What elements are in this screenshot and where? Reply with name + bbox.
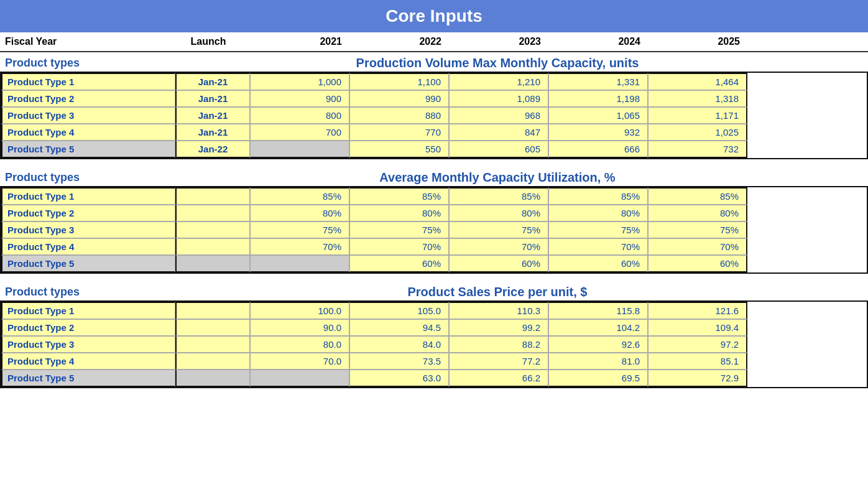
cell-sales_price-1-0: 90.0 bbox=[250, 319, 349, 336]
cell-production_volume-4-2: 605 bbox=[449, 141, 548, 158]
row-name-capacity_utilization-0: Product Type 1 bbox=[1, 187, 175, 205]
section-capacity_utilization: Product typesAverage Monthly Capacity Ut… bbox=[0, 167, 868, 274]
cell-capacity_utilization-4-1: 60% bbox=[349, 255, 449, 272]
cell-capacity_utilization-4-4: 60% bbox=[648, 255, 747, 272]
table-production_volume: Product Type 1Jan-211,0001,1001,2101,331… bbox=[0, 72, 868, 159]
cell-production_volume-3-3: 932 bbox=[548, 124, 648, 141]
cell-sales_price-1-2: 99.2 bbox=[449, 319, 548, 336]
section-title-capacity_utilization: Average Monthly Capacity Utilization, % bbox=[249, 167, 746, 186]
cell-capacity_utilization-3-1: 70% bbox=[349, 238, 449, 255]
row-launch-capacity_utilization-0 bbox=[175, 187, 250, 205]
row-name-capacity_utilization-3: Product Type 4 bbox=[1, 238, 175, 255]
cell-capacity_utilization-3-0: 70% bbox=[250, 238, 349, 255]
row-name-sales_price-2: Product Type 3 bbox=[1, 336, 175, 353]
row-name-sales_price-4: Product Type 5 bbox=[1, 370, 175, 387]
row-launch-sales_price-4 bbox=[175, 370, 250, 387]
cell-capacity_utilization-2-3: 75% bbox=[548, 221, 648, 238]
col-2023: 2023 bbox=[448, 36, 547, 47]
cell-capacity_utilization-0-2: 85% bbox=[449, 187, 548, 205]
row-name-capacity_utilization-4: Product Type 5 bbox=[1, 255, 175, 272]
row-launch-capacity_utilization-1 bbox=[175, 205, 250, 221]
cell-sales_price-2-4: 97.2 bbox=[648, 336, 747, 353]
cell-sales_price-3-4: 85.1 bbox=[648, 353, 747, 370]
row-launch-production_volume-2: Jan-21 bbox=[175, 107, 250, 124]
table-sales_price: Product Type 1100.0105.0110.3115.8121.6P… bbox=[0, 300, 868, 388]
cell-capacity_utilization-2-0: 75% bbox=[250, 221, 349, 238]
cell-sales_price-0-1: 105.0 bbox=[349, 302, 449, 319]
cell-capacity_utilization-2-2: 75% bbox=[449, 221, 548, 238]
row-name-production_volume-1: Product Type 2 bbox=[1, 90, 175, 107]
col-2025: 2025 bbox=[647, 36, 746, 47]
section-production_volume: Product typesProduction Volume Max Month… bbox=[0, 52, 868, 159]
row-name-sales_price-1: Product Type 2 bbox=[1, 319, 175, 336]
cell-capacity_utilization-0-4: 85% bbox=[648, 187, 747, 205]
cell-sales_price-1-3: 104.2 bbox=[548, 319, 648, 336]
cell-sales_price-1-1: 94.5 bbox=[349, 319, 449, 336]
cell-capacity_utilization-4-0 bbox=[250, 255, 349, 272]
row-launch-production_volume-0: Jan-21 bbox=[175, 73, 250, 90]
row-launch-sales_price-2 bbox=[175, 336, 250, 353]
cell-sales_price-0-0: 100.0 bbox=[250, 302, 349, 319]
cell-production_volume-0-0: 1,000 bbox=[250, 73, 349, 90]
cell-production_volume-2-1: 880 bbox=[349, 107, 449, 124]
cell-sales_price-0-4: 121.6 bbox=[648, 302, 747, 319]
row-launch-capacity_utilization-4 bbox=[175, 255, 250, 272]
section-label-production_volume: Product types bbox=[0, 53, 174, 71]
cell-sales_price-2-0: 80.0 bbox=[250, 336, 349, 353]
section-title-sales_price: Product Sales Price per unit, $ bbox=[249, 281, 746, 300]
row-name-production_volume-0: Product Type 1 bbox=[1, 73, 175, 90]
cell-sales_price-3-1: 73.5 bbox=[349, 353, 449, 370]
cell-production_volume-1-0: 900 bbox=[250, 90, 349, 107]
cell-sales_price-1-4: 109.4 bbox=[648, 319, 747, 336]
row-name-production_volume-3: Product Type 4 bbox=[1, 124, 175, 141]
cell-sales_price-4-1: 63.0 bbox=[349, 370, 449, 387]
section-label-capacity_utilization: Product types bbox=[0, 167, 174, 185]
section-header-sales_price: Product typesProduct Sales Price per uni… bbox=[0, 281, 868, 300]
cell-capacity_utilization-0-0: 85% bbox=[250, 187, 349, 205]
row-launch-capacity_utilization-3 bbox=[175, 238, 250, 255]
cell-capacity_utilization-1-0: 80% bbox=[250, 205, 349, 221]
row-launch-sales_price-3 bbox=[175, 353, 250, 370]
cell-capacity_utilization-1-4: 80% bbox=[648, 205, 747, 221]
section-sales_price: Product typesProduct Sales Price per uni… bbox=[0, 281, 868, 388]
cell-production_volume-3-2: 847 bbox=[449, 124, 548, 141]
cell-capacity_utilization-3-4: 70% bbox=[648, 238, 747, 255]
cell-sales_price-0-2: 110.3 bbox=[449, 302, 548, 319]
row-launch-production_volume-3: Jan-21 bbox=[175, 124, 250, 141]
row-name-production_volume-4: Product Type 5 bbox=[1, 141, 175, 158]
cell-production_volume-3-0: 700 bbox=[250, 124, 349, 141]
page-title: Core Inputs bbox=[0, 6, 868, 26]
cell-production_volume-1-1: 990 bbox=[349, 90, 449, 107]
row-launch-sales_price-0 bbox=[175, 302, 250, 319]
cell-production_volume-2-0: 800 bbox=[250, 107, 349, 124]
col-2022: 2022 bbox=[348, 36, 448, 47]
cell-capacity_utilization-1-3: 80% bbox=[548, 205, 648, 221]
col-fiscal-year: Fiscal Year bbox=[0, 36, 174, 47]
cell-production_volume-4-1: 550 bbox=[349, 141, 449, 158]
cell-sales_price-3-2: 77.2 bbox=[449, 353, 548, 370]
cell-sales_price-2-3: 92.6 bbox=[548, 336, 648, 353]
cell-sales_price-2-2: 88.2 bbox=[449, 336, 548, 353]
row-launch-production_volume-1: Jan-21 bbox=[175, 90, 250, 107]
cell-production_volume-0-2: 1,210 bbox=[449, 73, 548, 90]
col-2021: 2021 bbox=[249, 36, 348, 47]
col-launch: Launch bbox=[174, 36, 249, 47]
cell-sales_price-4-3: 69.5 bbox=[548, 370, 648, 387]
row-launch-production_volume-4: Jan-22 bbox=[175, 141, 250, 158]
cell-capacity_utilization-1-2: 80% bbox=[449, 205, 548, 221]
cell-sales_price-4-4: 72.9 bbox=[648, 370, 747, 387]
section-label-sales_price: Product types bbox=[0, 282, 174, 300]
cell-production_volume-1-4: 1,318 bbox=[648, 90, 747, 107]
cell-capacity_utilization-2-1: 75% bbox=[349, 221, 449, 238]
section-header-capacity_utilization: Product typesAverage Monthly Capacity Ut… bbox=[0, 167, 868, 186]
cell-sales_price-0-3: 115.8 bbox=[548, 302, 648, 319]
cell-production_volume-0-4: 1,464 bbox=[648, 73, 747, 90]
cell-sales_price-3-3: 81.0 bbox=[548, 353, 648, 370]
cell-production_volume-3-1: 770 bbox=[349, 124, 449, 141]
row-name-capacity_utilization-2: Product Type 3 bbox=[1, 221, 175, 238]
row-name-production_volume-2: Product Type 3 bbox=[1, 107, 175, 124]
cell-capacity_utilization-2-4: 75% bbox=[648, 221, 747, 238]
cell-sales_price-2-1: 84.0 bbox=[349, 336, 449, 353]
cell-production_volume-4-0 bbox=[250, 141, 349, 158]
cell-production_volume-2-4: 1,171 bbox=[648, 107, 747, 124]
